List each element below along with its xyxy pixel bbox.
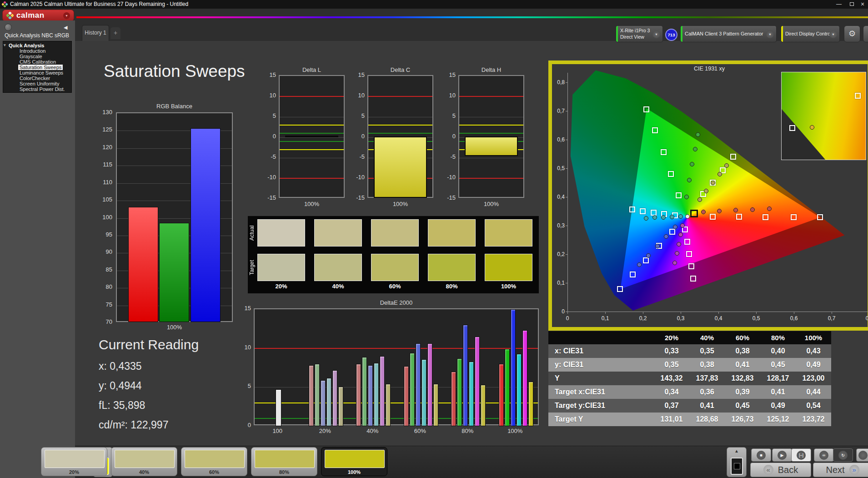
table-cell: 0,43 — [796, 347, 831, 355]
reference-line — [280, 149, 344, 150]
rgb-balance-plot — [116, 112, 233, 322]
actual-swatch-20% — [257, 219, 305, 247]
calman-logo-icon — [6, 12, 14, 19]
y-axis-tick: 0 — [440, 133, 456, 140]
display-control-dropdown[interactable]: Direct Display Control ▼ — [781, 25, 840, 42]
add-tab-button[interactable]: + — [110, 27, 120, 39]
minimize-icon[interactable]: — — [833, 0, 845, 9]
cie-target-marker-green — [643, 106, 649, 112]
cie-y-tick: 0,5 — [550, 165, 565, 171]
play-button[interactable]: ▶ — [772, 448, 792, 462]
reference-line — [280, 96, 344, 97]
source-status-strip — [681, 26, 682, 42]
cie-target-marker-cyan — [640, 208, 646, 214]
stop-pattern-button[interactable] — [731, 458, 743, 475]
cie-x-axis — [567, 312, 868, 312]
gridline — [255, 387, 538, 387]
delta_c-bar — [374, 136, 427, 198]
swatch-col-label: 100% — [485, 283, 532, 290]
y-axis-tick: -15 — [261, 194, 276, 201]
pattern-button-40%[interactable]: 40% — [111, 447, 177, 476]
pattern-button-20%[interactable]: 20% — [41, 447, 107, 476]
gridline — [459, 117, 523, 117]
deltae-bar — [427, 343, 432, 426]
stop-icon: ■ — [757, 451, 766, 460]
play-icon: ▶ — [778, 451, 787, 460]
tick — [832, 312, 832, 314]
y-axis-tick: 10 — [261, 92, 276, 99]
refresh-button[interactable]: ↻ — [833, 448, 853, 462]
cie-y-axis — [567, 73, 568, 312]
cie-measured-marker-cyan — [678, 214, 683, 219]
pattern-button-100%[interactable]: 100% — [321, 447, 387, 476]
next-button[interactable]: Next » — [813, 463, 868, 477]
cie-x-tick: 0 — [560, 315, 575, 322]
window-title: Calman 2025 Calman Ultimate for Business… — [10, 1, 188, 7]
cie-target-marker-magenta — [690, 276, 696, 282]
y-axis-tick: -15 — [440, 194, 456, 201]
table-row-label: Target Y — [548, 415, 654, 423]
table-cell: 0,54 — [796, 402, 831, 410]
delta_h-title: Delta H — [464, 66, 519, 73]
y-axis-tick: 105 — [95, 196, 112, 203]
deltae-bar — [332, 370, 337, 426]
chevron-down-icon: ▼ — [766, 30, 774, 38]
sidebar-item-spectral-power-dist-[interactable]: Spectral Power Dist. — [20, 86, 65, 92]
table-cell: 0,38 — [725, 347, 760, 355]
pattern-button-60%[interactable]: 60% — [181, 447, 247, 476]
sidebar-collapse-icon[interactable]: ◀ — [64, 25, 67, 30]
y-axis-tick: -10 — [440, 174, 456, 181]
sidebar-record-button[interactable] — [5, 24, 12, 31]
current-reading-value: fL: 35,898 — [99, 399, 145, 412]
rgb-bar-green — [159, 223, 189, 322]
sidebar-item-introduction[interactable]: Introduction — [20, 48, 45, 54]
tree-expanded-icon: ▾ — [4, 43, 6, 47]
step-button[interactable]: [–] — [791, 448, 811, 462]
partial-edge-transport-button[interactable] — [856, 448, 868, 462]
pattern-button-80%[interactable]: 80% — [251, 447, 317, 476]
meter-count-badge[interactable]: 713 — [665, 29, 677, 41]
tick — [566, 197, 567, 197]
target-swatch-60% — [371, 254, 419, 281]
y-axis-tick: 15 — [261, 71, 276, 78]
actual-swatch-80% — [428, 219, 476, 247]
source-dropdown[interactable]: CalMAN Client 3 Pattern Generator ▼ — [680, 25, 777, 42]
loop-infinity-button[interactable]: ∞ — [814, 448, 834, 462]
back-button[interactable]: « Back — [750, 463, 811, 477]
table-row: x: CIE310,330,350,380,400,43 — [548, 344, 831, 358]
table-cell: 126,73 — [725, 415, 760, 423]
close-icon[interactable]: × — [857, 0, 868, 9]
partial-edge-button[interactable]: ◖ — [863, 25, 868, 42]
rgb-bar-red — [128, 207, 158, 322]
transport-mini-panel[interactable]: ▲ — [727, 447, 747, 477]
settings-gear-button[interactable]: ⚙ — [844, 25, 860, 42]
stop-button[interactable]: ■ — [751, 448, 771, 462]
sidebar-item-cms-calibration[interactable]: CMS Calibration — [20, 59, 56, 65]
meter-dropdown[interactable]: X-Rite i1Pro 3Direct View ▼ — [616, 25, 663, 42]
table-row-label: Target x:CIE31 — [548, 388, 654, 396]
y-axis-tick: 0 — [349, 133, 365, 140]
sidebar-item-screen-uniformity[interactable]: Screen Uniformity — [20, 81, 59, 86]
cie-y-tick: 0,6 — [550, 136, 565, 143]
y-axis-tick: 110 — [95, 179, 112, 186]
reference-line — [459, 125, 523, 126]
tick — [681, 312, 681, 314]
sidebar-item-luminance-sweeps[interactable]: Luminance Sweeps — [20, 70, 63, 75]
tab-history-1[interactable]: History 1 — [82, 25, 109, 41]
source-label: CalMAN Client 3 Pattern Generator — [681, 30, 763, 37]
swatch-col-label: 40% — [314, 283, 362, 290]
calman-menu-button[interactable]: calman ▼ — [2, 10, 74, 21]
y-axis-tick: 80 — [95, 283, 112, 290]
sidebar-item-grayscale[interactable]: Grayscale — [20, 54, 42, 59]
deltae-group-label: 40% — [349, 428, 396, 434]
sidebar-item-colorchecker[interactable]: ColorChecker — [20, 75, 50, 81]
table-cell: 0,44 — [796, 388, 831, 396]
sidebar-item-saturation-sweeps[interactable]: Saturation Sweeps — [18, 65, 63, 70]
table-cell: 0,41 — [725, 361, 760, 369]
chevron-down-icon: ▼ — [829, 30, 837, 38]
cie-x-tick: 0,1 — [598, 315, 612, 322]
pattern-label: 40% — [111, 469, 177, 475]
target-swatch-20% — [257, 254, 305, 281]
maximize-icon[interactable] — [846, 0, 858, 9]
tree-root-node[interactable]: ▾ Quick Analysis — [9, 43, 44, 48]
